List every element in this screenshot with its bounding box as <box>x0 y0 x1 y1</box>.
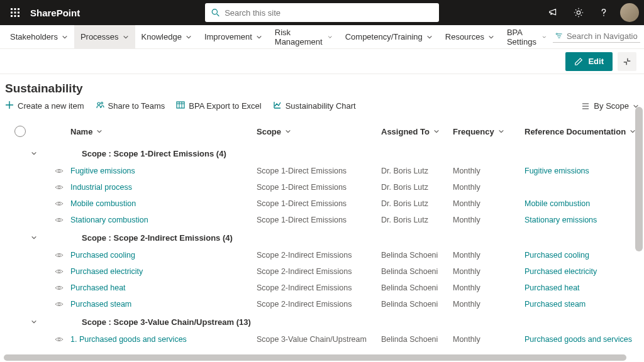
edit-label: Edit <box>588 57 604 66</box>
item-link[interactable]: Purchased electricity <box>70 267 143 276</box>
nav-search[interactable] <box>553 31 640 43</box>
item-link[interactable]: 1. Purchased goods and services <box>70 335 187 344</box>
scope-cell: Scope 2-Indirect Emissions <box>257 251 381 260</box>
view-selector[interactable]: By Scope <box>581 101 639 111</box>
item-link[interactable]: Industrial process <box>70 183 132 192</box>
table-area: Name Scope Assigned To Frequency Referen… <box>0 116 644 348</box>
item-link[interactable]: Purchased heat <box>70 283 126 292</box>
assigned-cell: Belinda Schoeni <box>381 300 453 309</box>
nav-item-improvement[interactable]: Improvement <box>198 25 269 49</box>
col-scope[interactable]: Scope <box>257 127 381 136</box>
item-link[interactable]: Purchased cooling <box>70 251 135 260</box>
scope-cell: Scope 2-Indirect Emissions <box>257 300 381 309</box>
group-row[interactable]: Scope : Scope 3-Value Chain/Upstream (13… <box>8 312 636 331</box>
nav-item-processes[interactable]: Processes <box>74 25 135 49</box>
nav-item-resources[interactable]: Resources <box>439 25 501 49</box>
create-item-button[interactable]: Create a new item <box>5 101 84 111</box>
share-label: Share to Teams <box>108 101 165 111</box>
svg-point-18 <box>58 202 60 205</box>
brand-label: SharePoint <box>30 8 80 18</box>
frequency-cell: Monthly <box>453 199 525 208</box>
reference-link[interactable]: Fugitive emissions <box>525 167 636 175</box>
table-row[interactable]: Mobile combustionScope 1-Direct Emission… <box>8 195 636 212</box>
reference-link[interactable]: Purchased goods and services <box>525 335 636 344</box>
table-row[interactable]: Stationary combustionScope 1-Direct Emis… <box>8 212 636 228</box>
reference-link[interactable]: Purchased heat <box>525 283 636 292</box>
group-row[interactable]: Scope : Scope 2-Indirect Emissions (4) <box>8 228 636 247</box>
search-box[interactable] <box>205 3 439 22</box>
preview-icon[interactable] <box>48 267 70 276</box>
share-teams-button[interactable]: Share to Teams <box>96 101 165 111</box>
chart-button[interactable]: Sustainability Chart <box>273 101 356 111</box>
nav-item-stakeholders[interactable]: Stakeholders <box>4 25 74 49</box>
table-row[interactable]: Purchased coolingScope 2-Indirect Emissi… <box>8 247 636 263</box>
table-row[interactable]: Industrial processScope 1-Direct Emissio… <box>8 179 636 195</box>
nav-search-input[interactable] <box>567 31 638 41</box>
preview-icon[interactable] <box>48 300 70 309</box>
preview-icon[interactable] <box>48 335 70 344</box>
reference-link[interactable]: Mobile combustion <box>525 199 636 208</box>
chevron-down-icon[interactable] <box>26 234 42 241</box>
svg-line-10 <box>217 14 219 16</box>
scope-cell: Scope 1-Direct Emissions <box>257 167 381 175</box>
svg-point-16 <box>58 170 60 172</box>
reference-link[interactable]: Stationary emissions <box>525 216 636 224</box>
horizontal-scrollbar[interactable] <box>4 354 626 361</box>
export-excel-button[interactable]: BPA Export to Excel <box>176 101 261 111</box>
table-row[interactable]: Purchased heatScope 2-Indirect Emissions… <box>8 280 636 296</box>
select-all-checkbox[interactable] <box>14 126 26 137</box>
preview-icon[interactable] <box>48 251 70 260</box>
chart-label: Sustainability Chart <box>286 101 356 111</box>
app-launcher-icon[interactable] <box>5 3 25 23</box>
table-row[interactable]: Purchased steamScope 2-Indirect Emission… <box>8 296 636 312</box>
reference-link[interactable]: Purchased electricity <box>525 267 636 276</box>
item-link[interactable]: Stationary combustion <box>70 216 148 224</box>
megaphone-icon[interactable] <box>542 1 565 24</box>
table-row[interactable]: Fugitive emissionsScope 1-Direct Emissio… <box>8 163 636 179</box>
preview-icon[interactable] <box>48 283 70 292</box>
edit-button[interactable]: Edit <box>565 52 613 71</box>
svg-rect-2 <box>18 8 19 10</box>
column-header-row: Name Scope Assigned To Frequency Referen… <box>8 119 636 144</box>
group-row[interactable]: Scope : Scope 1-Direct Emissions (4) <box>8 144 636 163</box>
svg-point-21 <box>58 270 60 273</box>
avatar[interactable] <box>620 3 639 22</box>
col-name[interactable]: Name <box>70 127 257 136</box>
table-row[interactable]: Purchased electricityScope 2-Indirect Em… <box>8 263 636 280</box>
table-row[interactable]: 1. Purchased goods and servicesScope 3-V… <box>8 331 636 348</box>
assigned-cell: Belinda Schoeni <box>381 267 453 276</box>
item-link[interactable]: Purchased steam <box>70 300 131 309</box>
export-label: BPA Export to Excel <box>189 101 261 111</box>
item-link[interactable]: Fugitive emissions <box>70 167 135 175</box>
help-icon[interactable] <box>592 1 615 24</box>
col-assigned[interactable]: Assigned To <box>381 127 453 136</box>
reference-link[interactable]: Purchased cooling <box>525 251 636 260</box>
gear-icon[interactable] <box>567 1 590 24</box>
assigned-cell: Belinda Schoeni <box>381 335 453 344</box>
nav-item-risk-management[interactable]: Risk Management <box>269 25 339 49</box>
chevron-down-icon[interactable] <box>26 319 42 325</box>
preview-icon[interactable] <box>48 183 70 192</box>
item-link[interactable]: Mobile combustion <box>70 199 136 208</box>
svg-point-9 <box>212 9 217 14</box>
collapse-icon[interactable] <box>618 52 636 71</box>
vertical-scrollbar[interactable] <box>635 107 643 251</box>
col-reference[interactable]: Reference Documentation <box>525 127 636 136</box>
nav-item-bpa-settings[interactable]: BPA Settings <box>501 25 553 49</box>
assigned-cell: Dr. Boris Lutz <box>381 199 453 208</box>
col-frequency[interactable]: Frequency <box>453 127 525 136</box>
svg-rect-5 <box>18 12 19 14</box>
preview-icon[interactable] <box>48 216 70 224</box>
svg-rect-6 <box>11 15 13 17</box>
nav-item-competency-training[interactable]: Competency/Training <box>339 25 439 49</box>
assigned-cell: Dr. Boris Lutz <box>381 216 453 224</box>
nav-item-knowledge[interactable]: Knowledge <box>135 25 198 49</box>
scope-cell: Scope 1-Direct Emissions <box>257 183 381 192</box>
preview-icon[interactable] <box>48 167 70 175</box>
search-input[interactable] <box>225 8 433 18</box>
svg-point-22 <box>58 287 60 289</box>
chevron-down-icon[interactable] <box>26 150 42 156</box>
frequency-cell: Monthly <box>453 216 525 224</box>
reference-link[interactable]: Purchased steam <box>525 300 636 309</box>
preview-icon[interactable] <box>48 199 70 208</box>
